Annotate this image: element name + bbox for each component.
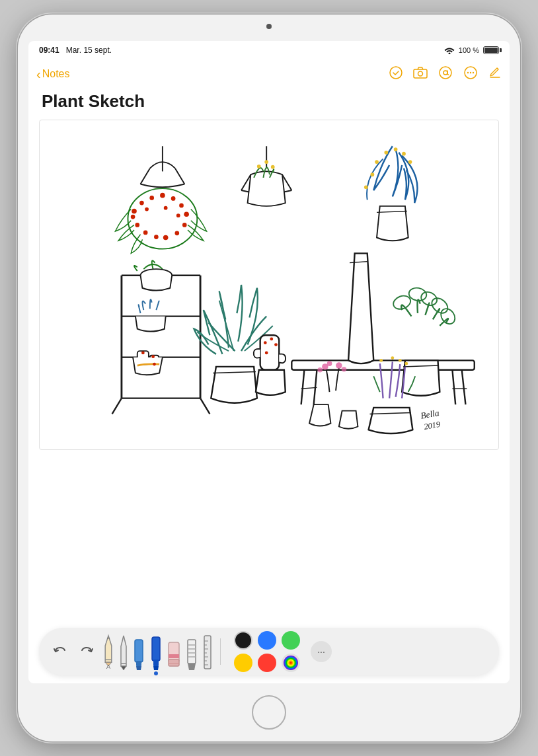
svg-point-23: [135, 223, 139, 227]
camera-icon[interactable]: [413, 67, 428, 82]
svg-point-14: [160, 193, 165, 198]
color-blue[interactable]: [258, 631, 276, 650]
pencil-label: A: [106, 663, 110, 670]
svg-point-27: [176, 213, 180, 217]
pen-tool[interactable]: [120, 633, 128, 670]
at-icon[interactable]: [438, 65, 453, 83]
plant-sketch-svg: Bella 2019: [40, 120, 498, 449]
svg-point-19: [174, 231, 179, 235]
back-button[interactable]: ‹ Notes: [36, 67, 69, 81]
svg-point-29: [257, 165, 261, 169]
svg-point-71: [379, 359, 383, 362]
svg-rect-93: [169, 654, 179, 658]
blue-marker-tool[interactable]: [150, 633, 162, 670]
svg-line-53: [301, 370, 305, 404]
svg-rect-88: [153, 660, 159, 666]
color-green[interactable]: [282, 631, 300, 650]
svg-point-74: [404, 362, 408, 365]
color-red[interactable]: [258, 654, 276, 672]
svg-text:2019: 2019: [423, 420, 441, 432]
svg-point-12: [139, 201, 144, 206]
color-yellow[interactable]: [234, 654, 252, 672]
svg-rect-94: [188, 640, 196, 663]
pencil-tool[interactable]: A: [102, 633, 114, 670]
eraser-tool[interactable]: [167, 633, 180, 670]
svg-point-108: [284, 656, 298, 670]
svg-point-3: [440, 67, 451, 79]
svg-rect-84: [135, 640, 143, 662]
svg-point-30: [264, 160, 268, 164]
svg-point-69: [336, 362, 342, 369]
svg-point-70: [342, 367, 347, 372]
tool-selected-indicator: [154, 671, 158, 675]
sketch-area[interactable]: Bella 2019: [39, 120, 499, 450]
svg-point-32: [375, 160, 379, 164]
checkmark-icon[interactable]: [389, 66, 403, 82]
svg-point-18: [182, 223, 187, 227]
color-more-button[interactable]: [282, 654, 300, 672]
svg-rect-91: [169, 660, 179, 666]
svg-point-2: [418, 71, 423, 76]
svg-rect-85: [136, 661, 141, 666]
svg-rect-87: [152, 637, 160, 661]
svg-line-56: [462, 370, 466, 404]
status-time: 09:41: [39, 46, 59, 55]
svg-point-24: [131, 215, 135, 219]
svg-point-15: [171, 196, 176, 201]
svg-point-68: [327, 361, 332, 366]
drawing-toolbar: A: [39, 628, 499, 675]
svg-point-49: [270, 338, 273, 341]
home-button[interactable]: [252, 695, 286, 730]
svg-point-16: [179, 204, 184, 208]
svg-marker-78: [105, 636, 112, 662]
svg-point-63: [429, 295, 451, 317]
svg-point-4: [443, 71, 447, 75]
compose-icon[interactable]: [488, 66, 502, 83]
svg-point-22: [143, 231, 148, 235]
svg-point-72: [391, 356, 394, 359]
color-swatches: [234, 631, 300, 672]
svg-point-26: [164, 206, 168, 210]
svg-point-33: [384, 151, 388, 155]
svg-point-20: [163, 235, 169, 241]
more-dots-icon: ···: [317, 646, 325, 657]
ruler-tool[interactable]: [203, 633, 212, 670]
toolbar-separator: [220, 638, 221, 665]
chevron-left-icon: ‹: [36, 67, 41, 81]
svg-rect-1: [414, 69, 427, 78]
camera-dot: [266, 24, 272, 29]
svg-point-21: [154, 235, 159, 239]
status-right: 100 %: [444, 46, 499, 54]
nav-actions: [389, 65, 502, 83]
redo-button[interactable]: [76, 641, 97, 662]
note-title: Plant Sketch: [28, 89, 510, 120]
svg-point-48: [264, 341, 267, 344]
svg-point-13: [149, 196, 154, 200]
marker-tool[interactable]: [133, 633, 145, 670]
svg-point-45: [153, 363, 156, 366]
svg-line-55: [452, 370, 455, 404]
svg-point-73: [399, 359, 402, 362]
toolbar-more-button[interactable]: ···: [311, 641, 332, 662]
content-spacer: [28, 450, 510, 623]
svg-point-37: [370, 172, 374, 176]
svg-rect-47: [260, 335, 280, 369]
status-date: Mar. 15 sept.: [66, 46, 112, 55]
fill-tool[interactable]: [186, 633, 198, 670]
svg-point-67: [317, 367, 323, 373]
svg-point-11: [132, 209, 137, 214]
undo-button[interactable]: [50, 641, 71, 662]
screen: 09:41 Mar. 15 sept. 100 % ‹ Notes: [28, 41, 510, 683]
ipad-device: 09:41 Mar. 15 sept. 100 % ‹ Notes: [18, 15, 520, 741]
svg-point-36: [408, 160, 412, 164]
svg-point-35: [402, 152, 406, 156]
svg-point-31: [271, 165, 275, 169]
svg-point-17: [184, 211, 189, 217]
svg-marker-86: [136, 666, 141, 670]
svg-point-25: [145, 208, 149, 211]
svg-point-43: [141, 352, 145, 355]
more-icon[interactable]: [463, 65, 478, 83]
svg-point-0: [390, 67, 402, 79]
color-row-1: [234, 631, 300, 650]
color-black[interactable]: [234, 631, 252, 650]
